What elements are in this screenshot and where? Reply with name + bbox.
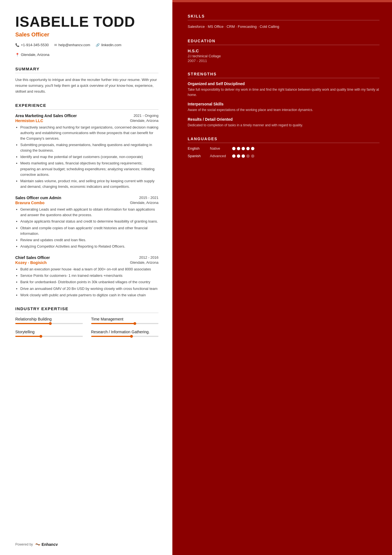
bullet-2-4: Work closely with public and private par… [20, 292, 158, 298]
lang-dot-1-4 [251, 154, 254, 158]
lang-level-0: Native [210, 146, 232, 151]
powered-by-label: Powered by [15, 542, 33, 546]
expertise-bar-bg-1 [91, 323, 159, 324]
expertise-bar-fill-2 [15, 336, 41, 337]
exp-sub-row-2: Kozey - Bogisich Glendale, Arizona [15, 260, 158, 265]
location-item: 📍 Glendale, Arizona [15, 53, 49, 57]
edu-school-0: J.I techinical Collage [188, 54, 379, 58]
exp-job-title-2: Chief Sales Officer [15, 255, 50, 260]
languages-title: LANGUAGES [188, 137, 379, 143]
lang-dot-1-1 [237, 154, 240, 158]
strengths-section: STRENGTHS Organized and Self Disciplined… [188, 72, 379, 128]
education-section: EDUCATION H.S.C J.I techinical Collage 2… [188, 39, 379, 63]
experience-title: EXPERIENCE [15, 103, 158, 110]
expertise-bar-fill-0 [15, 323, 50, 324]
expertise-grid: Relationship Building Time Management [15, 317, 158, 337]
strength-desc-2: Dedicated to completion of tasks in a ti… [188, 123, 379, 128]
exp-job-title-1: Sales Officer cum Admin [15, 196, 61, 200]
linkedin-item: 🔗 linkedin.com [96, 43, 121, 47]
bullet-1-3: Review and updates credit and loan files… [20, 237, 158, 243]
lang-dots-1 [232, 154, 254, 158]
exp-bullets-2: Build an execution power house -lead a t… [15, 267, 158, 298]
exp-bullets-1: Generating Leads and meet with applicant… [15, 207, 158, 249]
exp-header-1: Sales Officer cum Admin 2015 - 2021 [15, 196, 158, 200]
summary-title: SUMMARY [15, 66, 158, 73]
exp-entry-0: Area Marketing And Sales Officer 2021 - … [15, 114, 158, 190]
exp-company-2: Kozey - Bogisich [15, 260, 47, 265]
expertise-dot-0 [49, 322, 52, 325]
email-icon: ✉ [54, 43, 57, 47]
lang-dot-1-2 [242, 154, 245, 158]
expertise-dot-1 [133, 322, 136, 325]
candidate-title: Sales Officer [15, 31, 158, 38]
skills-title: SKILLS [188, 14, 379, 20]
lang-item-1: Spanish Advanced [188, 154, 379, 158]
phone-icon: 📞 [15, 43, 19, 47]
exp-dates-0: 2021 - Ongoing [133, 114, 158, 118]
exp-header-0: Area Marketing And Sales Officer 2021 - … [15, 114, 158, 118]
lang-name-1: Spanish [188, 154, 210, 158]
lang-dot-0-0 [232, 147, 235, 150]
lang-level-1: Advanced [210, 154, 232, 158]
strength-name-2: Results / Detail Oriented [188, 117, 379, 122]
expertise-dot-3 [130, 335, 133, 338]
exp-header-2: Chief Sales Officer 2012 - 2016 [15, 255, 158, 260]
skills-section: SKILLS Salesforce · MS Office · CRM · Fo… [188, 14, 379, 30]
header-section: ISABELLE TODD Sales Officer 📞 +1-914-345… [15, 14, 158, 57]
expertise-bar-fill-1 [91, 323, 135, 324]
exp-location-2: Glendale, Arizona [130, 260, 158, 265]
linkedin-url: linkedin.com [101, 43, 121, 47]
expertise-label-1: Time Management [91, 317, 159, 321]
logo-icon [35, 542, 41, 546]
exp-job-title-0: Area Marketing And Sales Officer [15, 114, 77, 118]
experience-section: EXPERIENCE Area Marketing And Sales Offi… [15, 103, 158, 298]
exp-dates-2: 2012 - 2016 [139, 255, 158, 260]
bullet-1-4: Analyzing Competitor Activities and Repo… [20, 244, 158, 249]
bullet-1-1: Analyze applicants financial status and … [20, 219, 158, 224]
strength-item-1: Interpersonal Skills Aware of the social… [188, 102, 379, 113]
lang-dot-0-4 [251, 147, 254, 150]
bullet-0-4: Maintain sales volume, product mix, and … [20, 178, 158, 189]
footer-left: Powered by Enhancv [15, 542, 58, 547]
phone-number: +1-914-345-5530 [21, 43, 49, 47]
exp-entry-1: Sales Officer cum Admin 2015 - 2021 Brav… [15, 196, 158, 249]
strength-name-0: Organized and Self Disciplined [188, 82, 379, 86]
strength-item-2: Results / Detail Oriented Dedicated to c… [188, 117, 379, 128]
education-title: EDUCATION [188, 39, 379, 45]
exp-location-0: Glendale, Arizona [130, 119, 158, 123]
expertise-label-3: Research / Information Gathering. [91, 330, 159, 334]
expertise-item-0: Relationship Building [15, 317, 83, 324]
lang-dots-0 [232, 147, 254, 150]
enhancv-logo: Enhancv [35, 542, 58, 547]
edu-years-0: 2007 - 2011 [188, 59, 379, 63]
phone-item: 📞 +1-914-345-5530 [15, 43, 49, 47]
exp-entry-2: Chief Sales Officer 2012 - 2016 Kozey - … [15, 255, 158, 298]
exp-sub-row-0: Hermiston LLC Glendale, Arizona [15, 119, 158, 123]
lang-name-0: English [188, 146, 210, 151]
expertise-bar-bg-2 [15, 336, 83, 337]
expertise-item-1: Time Management [91, 317, 159, 324]
exp-bullets-0: Proactively searching and hunting for ta… [15, 125, 158, 190]
strength-item-0: Organized and Self Disciplined Take full… [188, 82, 379, 97]
bullet-0-2: Identify and map the potential of target… [20, 154, 158, 160]
link-icon: 🔗 [96, 43, 100, 47]
expertise-title: INDUSTRY EXPERTISE [15, 306, 158, 313]
edu-degree-0: H.S.C [188, 48, 379, 53]
exp-location-1: Glendale, Arizona [130, 201, 158, 205]
strength-desc-1: Aware of the social expectations of the … [188, 107, 379, 113]
lang-dot-0-3 [246, 147, 250, 150]
exp-company-0: Hermiston LLC [15, 119, 43, 123]
languages-section: LANGUAGES English Native Spanish Advance… [188, 137, 379, 158]
email-item: ✉ help@enhancv.com [54, 43, 90, 47]
expertise-label-2: Storytelling [15, 330, 83, 334]
expertise-item-2: Storytelling [15, 330, 83, 337]
expertise-item-3: Research / Information Gathering. [91, 330, 159, 337]
expertise-bar-bg-0 [15, 323, 83, 324]
strengths-title: STRENGTHS [188, 72, 379, 78]
lang-dot-1-0 [232, 154, 235, 158]
exp-dates-1: 2015 - 2021 [139, 196, 158, 200]
strength-desc-0: Take full responsibility to deliver my w… [188, 87, 379, 97]
strength-name-1: Interpersonal Skills [188, 102, 379, 106]
left-column: ISABELLE TODD Sales Officer 📞 +1-914-345… [0, 0, 172, 555]
bullet-0-0: Proactively searching and hunting for ta… [20, 125, 158, 141]
